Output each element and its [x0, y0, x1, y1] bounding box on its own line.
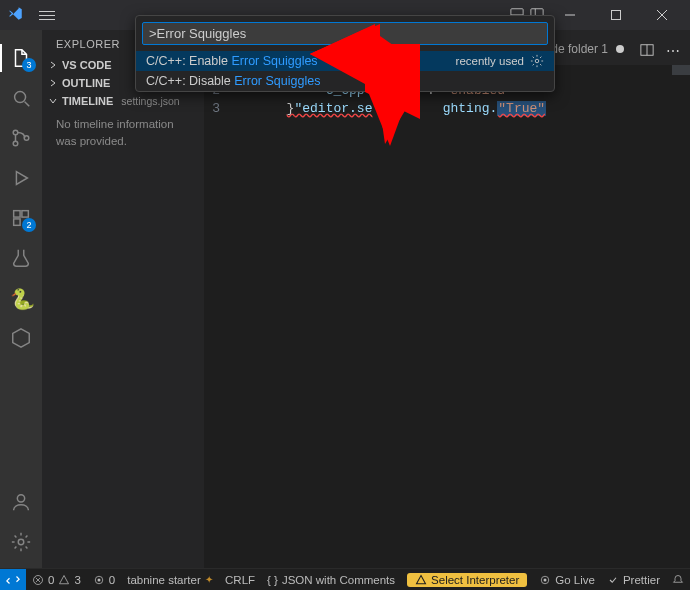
svg-point-8	[15, 92, 26, 103]
timeline-empty-message: No timeline information was provided.	[42, 110, 204, 155]
editor-body[interactable]: 1 2 3 { "C_Cpp......s": "enabled" }"edit…	[204, 65, 690, 568]
line-number-gutter: 1 2 3	[204, 65, 232, 568]
sidebar-title: EXPLORER	[42, 30, 134, 56]
window-minimize-button[interactable]	[550, 0, 590, 30]
tabnine-stars-icon: ✦	[205, 574, 213, 585]
section-timeline[interactable]: TIMELINE settings.json	[42, 92, 204, 110]
status-go-live[interactable]: Go Live	[533, 569, 601, 590]
split-editor-button[interactable]	[634, 35, 660, 65]
window-close-button[interactable]	[642, 0, 682, 30]
svg-rect-14	[14, 211, 20, 217]
svg-point-21	[535, 59, 539, 63]
activity-search[interactable]	[0, 78, 42, 118]
explorer-sidebar: EXPLORER ⋯ VS CODE OUTLINE TIMELINE sett…	[42, 30, 204, 568]
window-maximize-button[interactable]	[596, 0, 636, 30]
activity-settings[interactable]	[0, 522, 42, 562]
svg-point-30	[97, 578, 100, 581]
status-notifications[interactable]	[666, 569, 690, 590]
status-errors-warnings[interactable]: 0 3	[26, 569, 87, 590]
svg-point-18	[18, 539, 24, 545]
status-eol[interactable]: CRLF	[219, 569, 261, 590]
timeline-filename: settings.json	[121, 95, 179, 107]
recently-used-label: recently used	[456, 55, 524, 67]
status-bar: 0 3 0 tabnine starter ✦ CRLF { } JSON wi…	[0, 568, 690, 590]
svg-rect-16	[14, 219, 20, 225]
status-tabnine[interactable]: tabnine starter ✦	[121, 569, 219, 590]
svg-point-32	[544, 578, 547, 581]
vscode-logo-icon	[8, 6, 23, 24]
status-language-mode[interactable]: { } JSON with Comments	[261, 569, 401, 590]
activity-bar: 3 2 🐍	[0, 30, 42, 568]
section-vscode-label: VS CODE	[62, 59, 112, 71]
status-select-interpreter[interactable]: Select Interpreter	[401, 569, 533, 590]
activity-extensions[interactable]: 2	[0, 198, 42, 238]
status-prettier[interactable]: Prettier	[601, 569, 666, 590]
editor-tab-label: de folder 1	[551, 42, 608, 56]
activity-python-env[interactable]: 🐍	[0, 278, 42, 318]
activity-testing[interactable]	[0, 238, 42, 278]
svg-rect-5	[612, 11, 621, 20]
activity-run-debug[interactable]	[0, 158, 42, 198]
menu-hamburger-icon[interactable]	[35, 7, 59, 24]
activity-explorer[interactable]: 3	[0, 38, 42, 78]
tab-dirty-indicator	[616, 45, 624, 53]
svg-point-17	[17, 495, 24, 502]
svg-line-9	[25, 102, 30, 107]
explorer-badge: 3	[22, 58, 36, 72]
svg-point-11	[13, 141, 18, 146]
editor-more-button[interactable]: ⋯	[660, 35, 686, 65]
remote-indicator[interactable]	[0, 569, 26, 591]
svg-point-10	[13, 130, 18, 135]
section-outline-label: OUTLINE	[62, 77, 110, 89]
svg-rect-15	[22, 211, 28, 217]
activity-accounts[interactable]	[0, 482, 42, 522]
code-content[interactable]: { "C_Cpp......s": "enabled" }"editor.sen…	[232, 65, 690, 568]
minimap-indicator	[672, 65, 690, 75]
activity-extra[interactable]	[0, 318, 42, 358]
svg-marker-13	[16, 172, 27, 185]
status-ports[interactable]: 0	[87, 569, 121, 590]
gear-icon[interactable]	[530, 54, 544, 68]
activity-source-control[interactable]	[0, 118, 42, 158]
section-timeline-label: TIMELINE	[62, 95, 113, 107]
editor-area: de folder 1 ⋯ 1 2 3 { "C_Cpp......s": "e…	[204, 30, 690, 568]
extensions-badge: 2	[22, 218, 36, 232]
annotation-red-arrow-icon	[310, 24, 430, 154]
